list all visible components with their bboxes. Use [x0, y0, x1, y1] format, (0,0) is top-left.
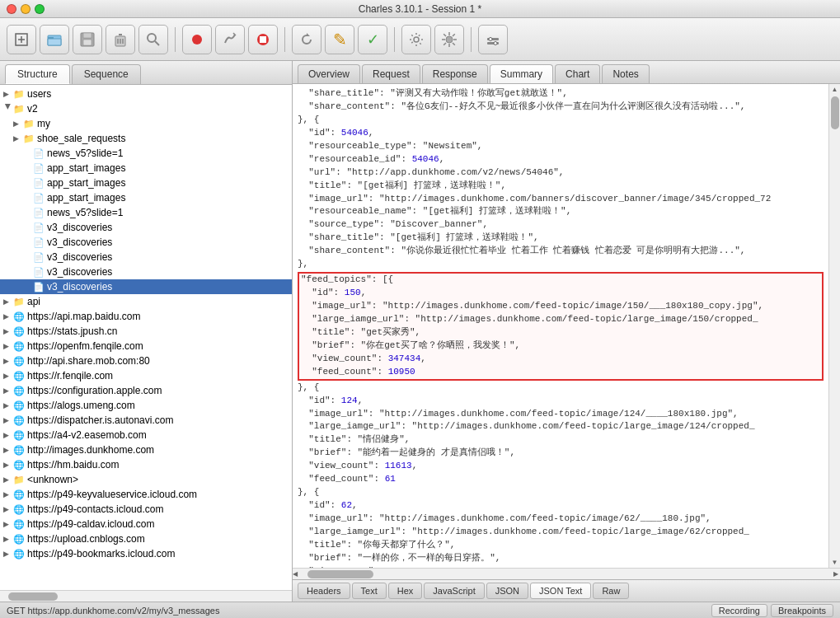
tab-request[interactable]: Request — [362, 64, 420, 83]
check-button[interactable]: ✓ — [358, 25, 387, 54]
record-button[interactable] — [182, 25, 212, 54]
tree-item-shoe-sale[interactable]: ▶ 📁 shoe_sale_requests — [0, 131, 292, 146]
minimize-button[interactable] — [21, 4, 31, 14]
tree-item-v3-disc2[interactable]: ▶ 📄 v3_discoveries — [0, 235, 292, 250]
tree-item-api-share[interactable]: ▶ 🌐 http://api.share.mob.com:80 — [0, 353, 292, 368]
tree-item-app-start1[interactable]: ▶ 📄 app_start_images — [0, 161, 292, 176]
h-scroll-right-arrow[interactable]: ▶ — [833, 570, 840, 578]
svg-rect-18 — [260, 36, 266, 43]
tree-item-unknown[interactable]: ▶ 📁 <unknown> — [0, 472, 292, 487]
toolbar-separator-4 — [471, 27, 472, 52]
right-v-scroll[interactable]: ▲ ▼ — [828, 84, 840, 568]
tree-item-alogs-umeng[interactable]: ▶ 🌐 https://alogs.umeng.com — [0, 398, 292, 413]
settings-button[interactable] — [401, 25, 431, 54]
tab-chart[interactable]: Chart — [555, 64, 600, 83]
left-h-scroll-thumb[interactable] — [8, 592, 58, 601]
tab-structure[interactable]: Structure — [5, 64, 70, 84]
tree-container[interactable]: ▶ 📁 users ▶ 📁 v2 ▶ 📁 my ▶ 📁 shoe_sale_re… — [0, 85, 292, 590]
tree-item-v3-disc3[interactable]: ▶ 📄 v3_discoveries — [0, 250, 292, 265]
tree-item-app-start3[interactable]: ▶ 📄 app_start_images — [0, 190, 292, 205]
tree-item-p49-caldav[interactable]: ▶ 🌐 https://p49-caldav.icloud.com — [0, 517, 292, 531]
throttle-button[interactable] — [215, 25, 245, 54]
left-h-scroll[interactable] — [0, 590, 292, 602]
scroll-up-arrow[interactable]: ▲ — [829, 84, 840, 95]
tab-notes[interactable]: Notes — [602, 64, 649, 83]
prefs-button[interactable] — [434, 25, 464, 54]
h-scroll-left-arrow[interactable]: ◀ — [293, 570, 299, 578]
tree-item-config-apple[interactable]: ▶ 🌐 https://configuration.apple.com — [0, 383, 292, 398]
content-h-scroll-thumb[interactable] — [307, 570, 373, 578]
scroll-down-arrow[interactable]: ▼ — [829, 557, 840, 568]
tree-label-apple: https://configuration.apple.com — [27, 385, 162, 396]
file-icon-1: 📄 — [33, 148, 45, 159]
tools-button[interactable] — [478, 25, 508, 54]
tree-label-ease: https://a4-v2.easemob.com — [27, 429, 147, 441]
tree-item-a4-easemob[interactable]: ▶ 🌐 https://a4-v2.easemob.com — [0, 428, 292, 442]
close-button[interactable] — [7, 4, 16, 14]
toolbar-separator-3 — [394, 27, 395, 52]
globe-icon-16: 🌐 — [13, 549, 25, 559]
tab-overview[interactable]: Overview — [298, 64, 360, 83]
tree-item-app-start2[interactable]: ▶ 📄 app_start_images — [0, 176, 292, 190]
tree-label-cal: https://p49-caldav.icloud.com — [27, 518, 155, 530]
clear-session-button[interactable] — [106, 25, 135, 54]
tab-response[interactable]: Response — [422, 64, 488, 83]
globe-icon-11: 🌐 — [13, 460, 25, 471]
tree-item-upload-cnblogs[interactable]: ▶ 🌐 https://upload.cnblogs.com — [0, 531, 292, 546]
globe-icon-9: 🌐 — [13, 430, 25, 441]
svg-point-20 — [414, 37, 419, 42]
tree-item-p49-contacts[interactable]: ▶ 🌐 https://p49-contacts.icloud.com — [0, 502, 292, 517]
file-icon-3: 📄 — [33, 178, 45, 189]
tree-item-dispatcher[interactable]: ▶ 🌐 https://dispatcher.is.autonavi.com — [0, 413, 292, 428]
tab-json[interactable]: JSON — [486, 583, 528, 599]
tree-item-stats-jpush[interactable]: ▶ 🌐 https://stats.jpush.cn — [0, 324, 292, 339]
tree-arrow-rfenq: ▶ — [3, 372, 13, 380]
tree-arrow-ease: ▶ — [3, 431, 13, 439]
tree-item-api-map-baidu[interactable]: ▶ 🌐 https://api.map.baidu.com — [0, 309, 292, 324]
tab-raw[interactable]: Raw — [593, 583, 629, 599]
save-all-button[interactable] — [73, 25, 102, 54]
tree-label-cont: https://p49-contacts.icloud.com — [27, 503, 163, 515]
edit-button[interactable]: ✎ — [325, 25, 354, 54]
tree-item-users[interactable]: ▶ 📁 users — [0, 87, 292, 101]
breakpoints-badge[interactable]: Breakpoints — [771, 604, 833, 617]
stop-button[interactable] — [248, 25, 278, 54]
tab-headers[interactable]: Headers — [298, 583, 350, 599]
tab-javascript[interactable]: JavaScript — [424, 583, 484, 599]
tree-label-disc4: v3_discoveries — [47, 266, 112, 278]
recording-badge[interactable]: Recording — [711, 604, 767, 617]
find-button[interactable] — [138, 25, 168, 54]
tree-item-openfm[interactable]: ▶ 🌐 https://openfm.fenqile.com — [0, 339, 292, 353]
v-scroll-thumb[interactable] — [831, 96, 839, 129]
tree-item-my[interactable]: ▶ 📁 my — [0, 116, 292, 131]
tree-item-p49-bookmarks[interactable]: ▶ 🌐 https://p49-bookmarks.icloud.com — [0, 546, 292, 561]
json-content[interactable]: "share_title": "评测又有大动作啦！你敢写get就敢送！", "s… — [293, 84, 828, 568]
left-panel: Structure Sequence ▶ 📁 users ▶ 📁 v2 ▶ 📁 … — [0, 61, 293, 602]
tree-item-v3-disc5[interactable]: ▶ 📄 v3_discoveries — [0, 279, 292, 294]
tree-item-v3-disc1[interactable]: ▶ 📄 v3_discoveries — [0, 220, 292, 235]
tree-item-news-slide2[interactable]: ▶ 📄 news_v5?slide=1 — [0, 205, 292, 220]
tab-sequence[interactable]: Sequence — [72, 64, 141, 84]
tree-item-v2[interactable]: ▶ 📁 v2 — [0, 101, 292, 116]
open-button[interactable] — [40, 25, 69, 54]
tree-item-images-dunkhome[interactable]: ▶ 🌐 http://images.dunkhome.com — [0, 442, 292, 457]
toolbar: ✎ ✓ — [0, 18, 840, 61]
tab-hex[interactable]: Hex — [388, 583, 423, 599]
svg-rect-7 — [83, 40, 92, 45]
tab-json-text[interactable]: JSON Text — [530, 583, 591, 599]
tree-item-p49-keyvalue[interactable]: ▶ 🌐 https://p49-keyvalueservice.icloud.c… — [0, 487, 292, 502]
file-icon-8: 📄 — [33, 252, 45, 263]
tab-text[interactable]: Text — [352, 583, 387, 599]
tree-item-v3-disc4[interactable]: ▶ 📄 v3_discoveries — [0, 265, 292, 279]
tree-item-api[interactable]: ▶ 📁 api — [0, 294, 292, 309]
content-h-scroll[interactable]: ◀ ▶ — [293, 568, 840, 579]
tree-label-umeng: https://alogs.umeng.com — [27, 400, 135, 411]
refresh-button[interactable] — [292, 25, 321, 54]
new-session-button[interactable] — [7, 25, 36, 54]
tree-item-r-fenqile[interactable]: ▶ 🌐 https://r.fenqile.com — [0, 368, 292, 383]
tab-summary[interactable]: Summary — [490, 64, 553, 83]
tree-item-hm-baidu[interactable]: ▶ 🌐 https://hm.baidu.com — [0, 457, 292, 472]
right-content-wrapper: "share_title": "评测又有大动作啦！你敢写get就敢送！", "s… — [293, 84, 840, 568]
maximize-button[interactable] — [35, 4, 45, 14]
tree-item-news-slide1[interactable]: ▶ 📄 news_v5?slide=1 — [0, 146, 292, 161]
